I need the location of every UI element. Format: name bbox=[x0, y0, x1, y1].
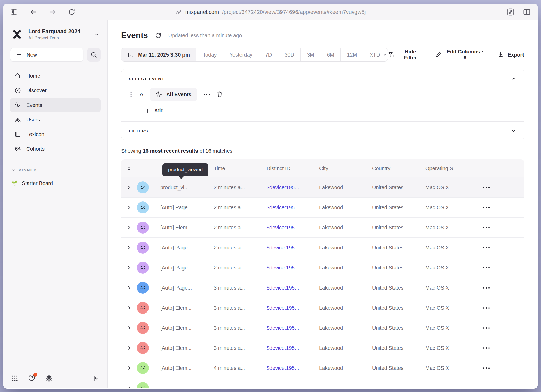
search-button[interactable] bbox=[87, 48, 101, 62]
table-row[interactable]: [Auto] Page... 2 minutes a... $device:19… bbox=[121, 238, 524, 258]
settings-gear-icon[interactable] bbox=[45, 374, 53, 382]
cell-distinct-id[interactable]: $device:195... bbox=[267, 365, 319, 371]
cell-distinct-id[interactable]: $device:195... bbox=[267, 225, 319, 231]
project-switcher[interactable]: Lord Farquaad 2024 All Project Data bbox=[3, 20, 107, 42]
cell-event-name[interactable]: [Auto] Elem... bbox=[160, 325, 214, 331]
sidebar-item-home[interactable]: Home bbox=[10, 69, 101, 83]
expand-row-chevron-icon[interactable] bbox=[126, 385, 132, 388]
expand-row-chevron-icon[interactable] bbox=[126, 225, 132, 230]
date-range-segment[interactable]: 6M bbox=[321, 48, 341, 61]
row-actions-ellipsis-icon[interactable] bbox=[483, 347, 490, 349]
expand-row-chevron-icon[interactable] bbox=[126, 245, 132, 250]
expand-row-chevron-icon[interactable] bbox=[126, 205, 132, 210]
collapse-sidebar-icon[interactable] bbox=[92, 374, 100, 382]
date-range-xtd-dropdown[interactable]: XTD bbox=[363, 48, 388, 61]
row-actions-ellipsis-icon[interactable] bbox=[483, 207, 490, 208]
cell-distinct-id[interactable]: $device:195... bbox=[267, 185, 319, 191]
column-header-city[interactable]: City bbox=[319, 166, 372, 172]
cell-distinct-id[interactable]: $device:195... bbox=[267, 325, 319, 331]
expand-filters-chevron-down-icon[interactable] bbox=[511, 128, 517, 134]
sidebar-item-users[interactable]: Users bbox=[10, 113, 101, 127]
pinned-section-header[interactable]: PINNED bbox=[3, 168, 107, 172]
collapse-all-rows-icon[interactable] bbox=[126, 166, 132, 171]
cell-event-name[interactable]: product_vi... bbox=[160, 185, 214, 191]
browser-split-view-icon[interactable] bbox=[522, 8, 531, 16]
table-row[interactable]: [Auto] Page... 3 minutes a... $device:19… bbox=[121, 278, 524, 298]
column-header-distinct-id[interactable]: Distinct ID bbox=[267, 166, 319, 172]
table-row[interactable]: [Auto] Page... 2 minutes a... $device:19… bbox=[121, 258, 524, 278]
cell-distinct-id[interactable]: $device:195... bbox=[267, 265, 319, 271]
table-row[interactable]: [Auto] Elem... 3 minutes a... $device:19… bbox=[121, 298, 524, 318]
expand-row-chevron-icon[interactable] bbox=[126, 285, 132, 290]
column-header-country[interactable]: Country bbox=[372, 166, 425, 172]
apps-grid-icon[interactable] bbox=[11, 375, 19, 382]
sidebar-item-starter-board[interactable]: 🌱 Starter Board bbox=[3, 176, 107, 190]
cell-event-name[interactable]: [Auto] Page... bbox=[160, 265, 214, 271]
row-actions-ellipsis-icon[interactable] bbox=[483, 327, 490, 329]
cell-event-name[interactable]: [Auto] Elem... bbox=[160, 225, 214, 231]
cell-event-name[interactable]: [Auto] Elem... bbox=[160, 345, 214, 351]
row-actions-ellipsis-icon[interactable] bbox=[483, 388, 490, 389]
cell-distinct-id[interactable]: $device:195... bbox=[267, 345, 319, 351]
cell-event-name[interactable]: [Auto] Page... bbox=[160, 285, 214, 291]
sidebar-item-events[interactable]: Events bbox=[10, 98, 101, 112]
date-range-segment[interactable]: 30D bbox=[278, 48, 301, 61]
date-range-segment[interactable]: 12M bbox=[341, 48, 363, 61]
cell-distinct-id[interactable]: $device:195... bbox=[267, 285, 319, 291]
cell-event-name[interactable]: [Auto] Elem... bbox=[160, 365, 214, 371]
row-actions-ellipsis-icon[interactable] bbox=[483, 307, 490, 309]
table-row[interactable]: [Auto] Elem... 3 minutes a... $device:19… bbox=[121, 318, 524, 338]
cell-event-name[interactable]: [Auto] Page... bbox=[160, 245, 214, 251]
cell-event-name[interactable]: [Auto] Page... bbox=[160, 205, 214, 211]
row-actions-ellipsis-icon[interactable] bbox=[483, 187, 490, 188]
table-row[interactable]: [Auto] Elem... 2 minutes a... $device:19… bbox=[121, 218, 524, 238]
cell-event-name[interactable]: [Auto] Elem... bbox=[160, 305, 214, 311]
cell-distinct-id[interactable]: $device:195... bbox=[267, 205, 319, 211]
column-header-time[interactable]: Time bbox=[214, 166, 267, 172]
browser-refresh-icon[interactable] bbox=[68, 8, 75, 16]
delete-event-trash-icon[interactable] bbox=[216, 91, 223, 98]
edit-columns-button[interactable]: Edit Columns · 6 bbox=[435, 49, 485, 61]
new-button[interactable]: New bbox=[10, 48, 83, 62]
date-range-segment[interactable]: Yesterday bbox=[223, 48, 259, 61]
all-events-chip[interactable]: All Events bbox=[150, 88, 197, 101]
refresh-icon[interactable] bbox=[155, 32, 162, 39]
address-bar[interactable]: mixpanel.com/project/3472420/view/397469… bbox=[175, 9, 366, 15]
browser-back-icon[interactable] bbox=[29, 8, 37, 16]
sidebar-item-discover[interactable]: Discover bbox=[10, 83, 101, 97]
expand-row-chevron-icon[interactable] bbox=[126, 265, 132, 270]
browser-reader-settings-icon[interactable] bbox=[506, 8, 515, 16]
table-row[interactable]: [Auto] Elem... 4 minutes a... $device:19… bbox=[121, 358, 524, 378]
table-row[interactable]: [Auto] Elem... 3 minutes a... $device:19… bbox=[121, 338, 524, 358]
export-button[interactable]: Export bbox=[497, 51, 524, 58]
collapse-section-chevron-up-icon[interactable] bbox=[511, 76, 517, 82]
add-event-button[interactable]: Add bbox=[145, 108, 164, 114]
row-actions-ellipsis-icon[interactable] bbox=[483, 247, 490, 248]
row-actions-ellipsis-icon[interactable] bbox=[483, 368, 490, 369]
column-header-os[interactable]: Operating S bbox=[425, 166, 475, 172]
row-actions-ellipsis-icon[interactable] bbox=[483, 287, 490, 289]
row-actions-ellipsis-icon[interactable] bbox=[483, 267, 490, 268]
drag-handle-icon[interactable] bbox=[129, 91, 133, 98]
hide-filter-button[interactable]: Hide Filter bbox=[388, 49, 422, 61]
table-row[interactable] bbox=[121, 378, 524, 388]
date-range-segment[interactable]: Today bbox=[196, 48, 223, 61]
cell-distinct-id[interactable]: $device:195... bbox=[267, 305, 319, 311]
date-range-segment[interactable]: 7D bbox=[259, 48, 279, 61]
browser-forward-icon[interactable] bbox=[49, 8, 57, 16]
browser-sidebar-toggle-icon[interactable] bbox=[10, 8, 18, 16]
expand-row-chevron-icon[interactable] bbox=[126, 365, 132, 371]
sidebar-item-cohorts[interactable]: Cohorts bbox=[10, 142, 101, 156]
cell-distinct-id[interactable]: $device:195... bbox=[267, 245, 319, 251]
expand-row-chevron-icon[interactable] bbox=[126, 305, 132, 310]
expand-row-chevron-icon[interactable] bbox=[126, 185, 132, 190]
expand-row-chevron-icon[interactable] bbox=[126, 325, 132, 330]
date-range-segment[interactable]: 3M bbox=[301, 48, 321, 61]
date-picker-button[interactable]: Mar 11, 2025 3:30 pm bbox=[121, 48, 196, 61]
expand-row-chevron-icon[interactable] bbox=[126, 345, 132, 351]
row-actions-ellipsis-icon[interactable] bbox=[483, 227, 490, 228]
sidebar-item-lexicon[interactable]: Lexicon bbox=[10, 127, 101, 141]
event-more-options-icon[interactable] bbox=[204, 94, 210, 95]
table-row[interactable]: product_vi... 2 minutes a... $device:195… bbox=[121, 177, 524, 198]
table-row[interactable]: [Auto] Page... 2 minutes a... $device:19… bbox=[121, 198, 524, 218]
